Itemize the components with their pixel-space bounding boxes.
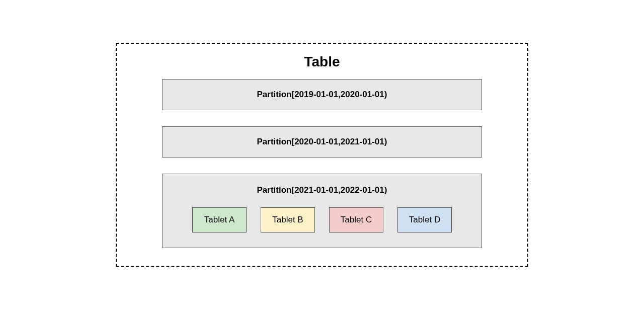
partition-1: Partition[2020-01-01,2021-01-01) — [162, 126, 482, 158]
tablet-b: Tablet B — [261, 207, 315, 233]
partition-label: Partition[2021-01-01,2022-01-01) — [257, 185, 387, 195]
table-container: Table Partition[2019-01-01,2020-01-01) P… — [116, 43, 528, 267]
tablet-c: Tablet C — [329, 207, 383, 233]
partition-label: Partition[2020-01-01,2021-01-01) — [257, 137, 387, 147]
table-title: Table — [304, 54, 340, 70]
partition-0: Partition[2019-01-01,2020-01-01) — [162, 79, 482, 110]
tablet-a: Tablet A — [192, 207, 247, 233]
tablet-d: Tablet D — [397, 207, 452, 233]
tablets-row: Tablet A Tablet B Tablet C Tablet D — [192, 207, 452, 233]
partition-label: Partition[2019-01-01,2020-01-01) — [257, 90, 387, 100]
partition-2: Partition[2021-01-01,2022-01-01) Tablet … — [162, 174, 482, 248]
